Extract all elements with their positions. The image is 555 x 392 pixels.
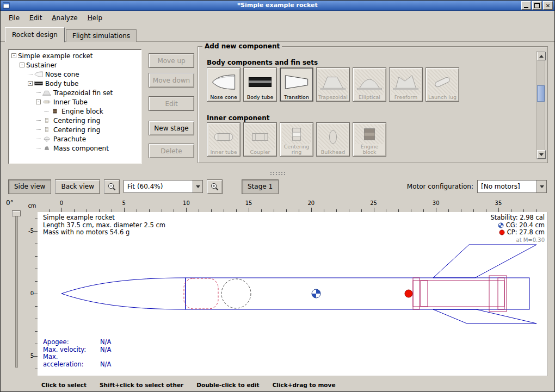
split-pane-divider[interactable] bbox=[1, 170, 554, 177]
move-down-button[interactable]: Move down bbox=[149, 73, 194, 88]
tree-expander-icon[interactable]: - bbox=[36, 99, 41, 104]
add-bulkhead-button[interactable]: Bulkhead bbox=[316, 122, 350, 157]
mass-component-dashed-outline[interactable] bbox=[221, 279, 251, 308]
tab-flight-simulations[interactable]: Flight simulations bbox=[66, 29, 137, 42]
side-view-button[interactable]: Side view bbox=[8, 179, 51, 194]
scrollbar-thumb[interactable] bbox=[537, 85, 545, 102]
parachute-dashed-outline[interactable] bbox=[184, 278, 218, 309]
flight-data-row: Apogee:N/A bbox=[43, 339, 111, 346]
add-engine-block-button[interactable]: Engine block bbox=[353, 122, 386, 157]
tree-item-centering-ring[interactable]: Centering ring bbox=[9, 116, 141, 125]
component-button-label: Body tube bbox=[247, 95, 274, 100]
add-launch-lug-button[interactable]: Launch lug bbox=[425, 67, 459, 102]
tree-item-body-tube[interactable]: -Body tube bbox=[9, 79, 141, 88]
h-ruler-label: 15 bbox=[242, 200, 255, 206]
add-trapezoidal-button[interactable]: Trapezoidal bbox=[316, 67, 350, 102]
new-stage-button[interactable]: New stage bbox=[149, 121, 194, 135]
tree-item-nose-cone[interactable]: Nose cone bbox=[9, 70, 141, 79]
scroll-down-icon[interactable] bbox=[537, 150, 546, 159]
zoom-out-icon bbox=[107, 182, 116, 191]
add-centering-ring-button[interactable]: Centering ring bbox=[280, 122, 313, 157]
engineblock-icon bbox=[51, 108, 59, 114]
title-bar: *Simple example rocket ✕ bbox=[1, 1, 554, 11]
zoom-in-button[interactable] bbox=[207, 179, 223, 194]
innertube-icon bbox=[209, 125, 238, 150]
tree-item-simple-example-rocket[interactable]: -Simple example rocket bbox=[9, 51, 141, 60]
chevron-down-icon[interactable] bbox=[536, 181, 546, 192]
flight-data-label: Max. acceleration: bbox=[43, 353, 100, 368]
zoom-out-button[interactable] bbox=[104, 179, 120, 194]
ruler-tick bbox=[249, 208, 249, 212]
fin-outline-upper[interactable] bbox=[433, 245, 536, 278]
move-up-button[interactable]: Move up bbox=[149, 53, 194, 68]
tree-connector bbox=[28, 74, 33, 74]
tree-item-trapezoidal-fin-set[interactable]: Trapezoidal fin set bbox=[9, 88, 141, 97]
tree-item-inner-tube[interactable]: -Inner Tube bbox=[9, 97, 141, 107]
tree-item-centering-ring[interactable]: Centering ring bbox=[9, 125, 141, 134]
mass-icon bbox=[42, 145, 51, 151]
engineblock-icon bbox=[355, 125, 384, 144]
minimize-button[interactable] bbox=[521, 1, 531, 10]
scroll-up-icon[interactable] bbox=[537, 52, 546, 60]
menu-item-analyze[interactable]: Analyze bbox=[47, 12, 82, 24]
tree-item-label: Inner Tube bbox=[53, 98, 88, 106]
add-transition-button[interactable]: Transition bbox=[280, 67, 313, 102]
chevron-down-icon[interactable] bbox=[193, 181, 202, 192]
add-body-tube-button[interactable]: Body tube bbox=[243, 67, 277, 102]
h-ruler-label: 30 bbox=[429, 200, 442, 206]
zoom-in-icon bbox=[210, 182, 219, 191]
tree-expander-icon[interactable]: - bbox=[11, 53, 16, 58]
rotation-slider[interactable] bbox=[15, 213, 18, 368]
component-scrollbar[interactable] bbox=[536, 51, 545, 159]
ruler-tick bbox=[33, 294, 38, 294]
launchlug-icon bbox=[430, 74, 455, 90]
tree-item-label: Mass component bbox=[53, 145, 109, 152]
flight-data-value: N/A bbox=[100, 346, 111, 353]
nosecone-icon bbox=[34, 71, 43, 77]
tree-expander-icon[interactable]: - bbox=[20, 63, 24, 67]
nosecone-icon bbox=[211, 74, 236, 90]
component-button-label: Trapezoidal bbox=[318, 95, 348, 100]
menu-item-file[interactable]: File bbox=[4, 12, 24, 24]
rocket-mass: Mass with no motors 54.6 g bbox=[43, 229, 165, 237]
close-button[interactable]: ✕ bbox=[543, 1, 553, 10]
edit-button[interactable]: Edit bbox=[149, 96, 194, 111]
add-coupler-button[interactable]: Coupler bbox=[243, 122, 277, 157]
drawing-area[interactable]: Simple example rocket Length 37.5 cm, ma… bbox=[38, 212, 548, 376]
add-nose-cone-button[interactable]: Nose cone bbox=[207, 67, 240, 102]
fin-trapezoidal-icon bbox=[42, 90, 51, 96]
coupler-icon bbox=[248, 129, 273, 145]
fin-outline-lower[interactable] bbox=[433, 309, 536, 323]
tab-rocket-design[interactable]: Rocket design bbox=[5, 27, 65, 42]
add-freeform-button[interactable]: Freeform bbox=[389, 67, 423, 102]
add-inner-tube-button[interactable]: Inner tube bbox=[207, 122, 240, 157]
tree-item-parachute[interactable]: Parachute bbox=[9, 134, 141, 144]
motor-configuration-select[interactable]: [No motors] bbox=[477, 180, 547, 193]
delete-button[interactable]: Delete bbox=[149, 144, 194, 158]
menu-item-help[interactable]: Help bbox=[83, 12, 107, 24]
nose-cone-outline[interactable] bbox=[61, 278, 186, 309]
h-ruler-label: 0 bbox=[55, 200, 68, 206]
stage-1-toggle[interactable]: Stage 1 bbox=[242, 179, 279, 194]
tree-item-sustainer[interactable]: -Sustainer bbox=[9, 60, 141, 70]
tree-item-label: Centering ring bbox=[53, 117, 100, 125]
parachute-icon bbox=[42, 136, 51, 142]
zoom-level-select[interactable]: Fit (60.4%) bbox=[124, 180, 203, 193]
tree-item-label: Centering ring bbox=[53, 126, 100, 134]
menu-item-edit[interactable]: Edit bbox=[24, 12, 47, 24]
tree-item-engine-block[interactable]: Engine block bbox=[9, 107, 141, 116]
tree-item-label: Sustainer bbox=[26, 61, 57, 69]
rotation-slider-handle[interactable] bbox=[12, 210, 21, 216]
tree-item-mass-component[interactable]: Mass component bbox=[9, 144, 141, 153]
zoom-level-value: Fit (60.4%) bbox=[124, 183, 193, 190]
stability-value: Stability: 2.98 cal bbox=[490, 214, 545, 222]
tree-expander-icon[interactable]: - bbox=[28, 81, 33, 86]
back-view-button[interactable]: Back view bbox=[55, 179, 100, 194]
maximize-button[interactable] bbox=[532, 1, 542, 10]
body-tube-outline[interactable] bbox=[186, 278, 529, 309]
tree-connector bbox=[36, 139, 41, 139]
rocket-drawing[interactable] bbox=[38, 212, 548, 376]
add-elliptical-button[interactable]: Elliptical bbox=[353, 67, 386, 102]
motor-mount-outline[interactable] bbox=[413, 276, 507, 312]
component-tree[interactable]: -Simple example rocket-SustainerNose con… bbox=[8, 49, 142, 164]
